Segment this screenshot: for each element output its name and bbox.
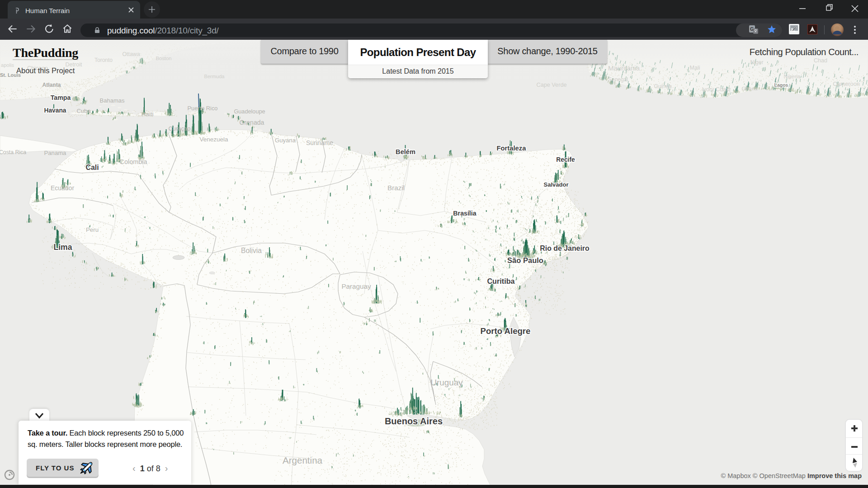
svg-text:Mauritania: Mauritania	[608, 64, 640, 72]
svg-text:Mali: Mali	[689, 65, 700, 71]
svg-text:Atlanta: Atlanta	[42, 82, 61, 88]
svg-text:Guadeloupe: Guadeloupe	[234, 108, 265, 115]
svg-text:Curaçao: Curaçao	[168, 125, 190, 132]
svg-text:Tampa: Tampa	[51, 94, 71, 101]
svg-text:Havana: Havana	[44, 107, 66, 114]
svg-text:Salvador: Salvador	[544, 181, 569, 188]
svg-text:Boston: Boston	[156, 56, 171, 61]
svg-text:Lima: Lima	[53, 243, 72, 252]
svg-text:Toronto: Toronto	[94, 57, 113, 63]
svg-text:Chad: Chad	[814, 57, 827, 64]
svg-text:Brasília: Brasília	[453, 210, 476, 217]
svg-text:Curitiba: Curitiba	[487, 277, 515, 285]
svg-text:Ghana: Ghana	[742, 85, 758, 91]
svg-text:Ecuador: Ecuador	[51, 184, 74, 192]
svg-text:Ottawa: Ottawa	[123, 51, 140, 57]
svg-text:Bolivia: Bolivia	[241, 247, 262, 254]
svg-text:Recife: Recife	[556, 156, 575, 163]
svg-text:Guyana: Guyana	[275, 137, 296, 144]
svg-text:Cameroon: Cameroon	[833, 80, 860, 87]
svg-text:Buenos Aires: Buenos Aires	[385, 416, 443, 426]
svg-text:Niger: Niger	[750, 59, 764, 66]
svg-text:Porto Alegre: Porto Alegre	[481, 326, 531, 336]
svg-text:Venezuela: Venezuela	[199, 136, 228, 143]
svg-text:Bermuda: Bermuda	[204, 74, 225, 79]
svg-text:Rio de Janeiro: Rio de Janeiro	[540, 244, 590, 252]
svg-text:Ivory Coast: Ivory Coast	[702, 86, 731, 93]
svg-text:Brazil: Brazil	[387, 184, 405, 192]
svg-text:Panama: Panama	[44, 150, 66, 156]
svg-text:apolis: apolis	[1, 62, 14, 68]
svg-text:Puerto Rico: Puerto Rico	[188, 105, 218, 112]
svg-text:Senegal: Senegal	[608, 76, 628, 83]
svg-text:Uruguay: Uruguay	[431, 378, 463, 387]
svg-text:Suriname: Suriname	[306, 139, 333, 146]
svg-text:Nigeria: Nigeria	[783, 73, 801, 79]
svg-text:Cuba: Cuba	[76, 108, 91, 114]
svg-text:Peru: Peru	[86, 226, 99, 233]
svg-text:Grenada: Grenada	[240, 119, 264, 126]
svg-text:Argentina: Argentina	[283, 455, 323, 465]
svg-text:Fortaleza: Fortaleza	[497, 145, 527, 152]
svg-text:São Paulo: São Paulo	[507, 256, 543, 264]
svg-text:Cape Verde: Cape Verde	[536, 82, 566, 88]
svg-text:Belém: Belém	[396, 148, 415, 155]
svg-text:Guinea: Guinea	[654, 83, 672, 89]
svg-text:Cali: Cali	[85, 164, 99, 171]
svg-text:Haiti: Haiti	[141, 111, 153, 117]
svg-text:Costa Rica: Costa Rica	[0, 149, 26, 155]
svg-text:Bahamas: Bahamas	[100, 97, 125, 104]
svg-text:Paraguay: Paraguay	[341, 282, 371, 290]
svg-text:Colombia: Colombia	[120, 158, 147, 165]
svg-text:Lagos: Lagos	[774, 82, 788, 88]
